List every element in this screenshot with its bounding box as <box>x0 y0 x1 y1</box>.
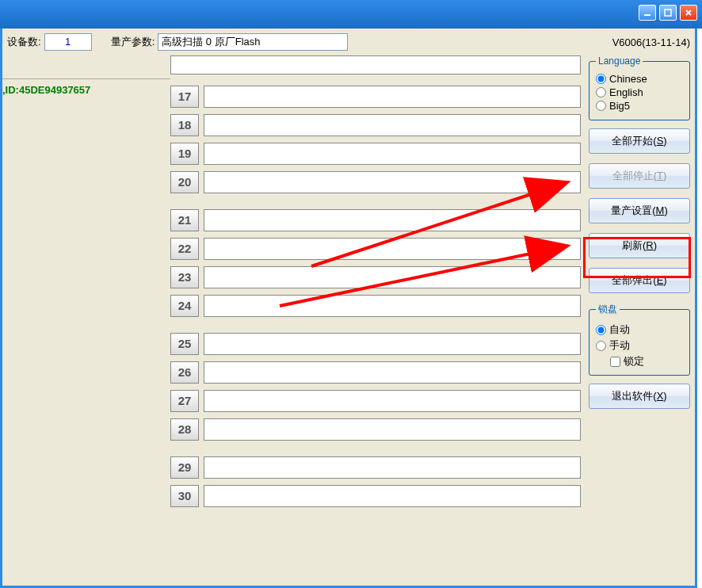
device-id-text: ,ID:45DE94937657 <box>2 79 170 96</box>
slot-field[interactable] <box>204 143 581 165</box>
slot-row: 29 <box>170 456 581 479</box>
slot-number: 26 <box>170 361 199 384</box>
lang-english-radio[interactable]: English <box>596 86 683 98</box>
slot-number: 28 <box>170 418 199 441</box>
lang-big5-label: Big5 <box>609 100 630 112</box>
slot-row: 27 <box>170 390 581 412</box>
slot-number: 20 <box>170 171 199 193</box>
exit-button[interactable]: 退出软件(X) <box>589 384 690 409</box>
minimize-button[interactable] <box>639 5 656 21</box>
eject-all-button[interactable]: 全部弹出(E) <box>589 268 690 293</box>
slot-field[interactable] <box>204 390 581 412</box>
lock-locked-label: 锁定 <box>624 354 644 368</box>
params-label: 量产参数: <box>111 35 155 49</box>
slot-row: 24 <box>170 295 581 317</box>
slot-number: 24 <box>170 295 199 317</box>
top-info-bar: 设备数: 1 量产参数: 高级扫描 0 原厂Flash V6006(13-11-… <box>2 29 695 55</box>
slot-row: 21 <box>170 209 581 231</box>
stop-all-button[interactable]: 全部停止(T) <box>589 163 690 189</box>
slot-row: 26 <box>170 361 581 384</box>
slot-row: 25 <box>170 333 581 355</box>
lock-legend: 锁盘 <box>596 303 620 316</box>
slot-field[interactable] <box>204 361 581 384</box>
slot-field[interactable] <box>204 456 581 479</box>
left-column: ,ID:45DE94937657 <box>2 55 170 586</box>
version-text: V6006(13-11-14) <box>612 36 690 48</box>
language-legend: Language <box>596 55 643 67</box>
slot-row: 17 <box>170 86 581 108</box>
start-all-button[interactable]: 全部开始(S) <box>589 128 690 154</box>
slot-field[interactable] <box>204 86 581 108</box>
language-group: Language Chinese English Big5 <box>589 55 690 120</box>
device-count-value: 1 <box>44 33 92 51</box>
refresh-button[interactable]: 刷新(R) <box>589 233 690 258</box>
lock-manual-radio[interactable]: 手动 <box>596 338 683 353</box>
slot-number: 17 <box>170 86 199 108</box>
lock-auto-label: 自动 <box>609 323 630 337</box>
slot-number: 18 <box>170 114 199 136</box>
slot-number: 23 <box>170 266 199 288</box>
lang-big5-radio[interactable]: Big5 <box>596 100 683 112</box>
maximize-button[interactable] <box>659 5 677 21</box>
slots-column: 1718192021222324252627282930 <box>170 55 584 586</box>
close-button[interactable] <box>680 5 697 21</box>
settings-button[interactable]: 量产设置(M) <box>589 198 690 223</box>
slot-number: 27 <box>170 390 199 412</box>
slot-row: 23 <box>170 266 581 288</box>
slot-row: 22 <box>170 238 581 260</box>
slot-row: 30 <box>170 485 581 507</box>
right-sidebar: Language Chinese English Big5 全部开始(S) <box>584 55 695 586</box>
app-frame: 设备数: 1 量产参数: 高级扫描 0 原厂Flash V6006(13-11-… <box>0 29 697 588</box>
slot-row: 28 <box>170 418 581 441</box>
slot-field[interactable] <box>204 238 581 260</box>
slot-field[interactable] <box>204 266 581 288</box>
device-count-label: 设备数: <box>7 35 41 49</box>
slot-row: 20 <box>170 171 581 193</box>
lock-auto-radio[interactable]: 自动 <box>596 323 683 337</box>
lang-english-label: English <box>609 86 643 98</box>
slot-number: 30 <box>170 485 199 507</box>
slot-field[interactable] <box>204 485 581 507</box>
slot-number: 19 <box>170 143 199 165</box>
slot-number: 22 <box>170 238 199 260</box>
slot-field[interactable] <box>204 295 581 317</box>
lang-chinese-radio[interactable]: Chinese <box>596 73 683 85</box>
slot-row: 18 <box>170 114 581 136</box>
lang-chinese-label: Chinese <box>609 73 647 85</box>
slot-field[interactable] <box>204 209 581 231</box>
slot-number: 25 <box>170 333 199 355</box>
window-titlebar <box>0 0 702 29</box>
svg-rect-0 <box>644 14 650 16</box>
lock-manual-label: 手动 <box>609 338 630 353</box>
lock-group: 锁盘 自动 手动 锁定 <box>589 303 690 376</box>
params-value: 高级扫描 0 原厂Flash <box>158 33 348 51</box>
slot-number: 21 <box>170 209 199 231</box>
slot-number: 29 <box>170 456 199 479</box>
svg-rect-1 <box>665 10 671 16</box>
slot-field[interactable] <box>204 114 581 136</box>
slot-field[interactable] <box>204 418 581 441</box>
search-field-top[interactable] <box>170 55 581 74</box>
lock-locked-checkbox[interactable]: 锁定 <box>610 354 683 368</box>
slot-field[interactable] <box>204 171 581 193</box>
slot-field[interactable] <box>204 333 581 355</box>
slot-row: 19 <box>170 143 581 165</box>
